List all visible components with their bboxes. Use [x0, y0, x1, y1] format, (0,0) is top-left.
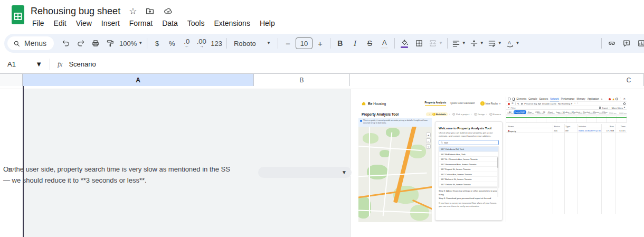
request-row[interactable]: property 201 xhr index-55362697f.js:323 … [506, 128, 627, 132]
vertical-align-button[interactable]: ▼ [468, 36, 486, 50]
inspect-element-icon[interactable] [508, 98, 510, 100]
address-suggestion[interactable]: 567 Carlaw Ave, former Toronto [439, 172, 498, 177]
menu-item[interactable]: Tools [183, 18, 210, 28]
horizontal-align-button[interactable]: ▼ [450, 36, 468, 50]
col-type[interactable]: Type [565, 125, 570, 128]
nav-item[interactable]: Property Analysis [425, 101, 447, 106]
insert-chart-button[interactable] [634, 36, 644, 50]
menu-item[interactable]: Extensions [209, 18, 254, 28]
address-suggestion[interactable]: 567 Caledonia Rd, York [439, 147, 498, 152]
list-scrollbar[interactable] [497, 157, 499, 197]
address-suggestion[interactable]: 567 Ontario St, former Toronto [439, 182, 498, 187]
search-icon[interactable]: 🔍︎ [517, 103, 519, 105]
menu-item[interactable]: Edit [49, 18, 71, 28]
cell-a37-text[interactable]: On the user side, property search time i… [3, 164, 230, 186]
format-percent-button[interactable]: % [165, 36, 179, 50]
bold-button[interactable]: B [333, 36, 347, 50]
col-time[interactable]: Time [607, 125, 626, 128]
menu-item[interactable]: Format [125, 18, 157, 28]
rehousing-user-menu[interactable]: I Irine Rouby ▼ [480, 101, 501, 106]
address-search-input[interactable]: 567 [439, 140, 499, 145]
address-suggestion[interactable]: 567 McRoberts Ave, York [439, 152, 498, 157]
italic-button[interactable]: I [348, 36, 362, 50]
device-toolbar-icon[interactable] [513, 98, 515, 101]
devtools-tab[interactable]: Network [550, 97, 559, 101]
column-header-b[interactable]: B [254, 74, 350, 86]
merge-cells-button[interactable]: ▼ [427, 36, 444, 50]
font-size-input[interactable]: 10 [296, 37, 312, 49]
strikethrough-button[interactable]: S [363, 36, 377, 50]
number-format-button[interactable]: 123 [209, 36, 224, 50]
format-currency-button[interactable]: $ [150, 36, 164, 50]
menu-item[interactable]: Help [255, 18, 280, 28]
increase-decimal-button[interactable]: .00→ [194, 36, 209, 50]
menu-item[interactable]: View [71, 18, 97, 28]
map-zoom-out-button[interactable]: − [426, 138, 431, 143]
devtools-tab[interactable]: Application [588, 97, 599, 101]
address-suggestion[interactable]: 567 Dupont St, former Toronto [439, 167, 498, 172]
text-wrap-button[interactable]: ▼ [486, 36, 504, 50]
paint-format-button[interactable] [103, 36, 117, 50]
clear-icon[interactable]: ⊘ [512, 102, 514, 105]
error-badge-icon[interactable] [609, 98, 611, 100]
text-rotation-button[interactable]: A▼ [504, 36, 522, 50]
col-initiator[interactable]: Initiator [579, 125, 586, 128]
devtools-tab[interactable]: » [601, 97, 603, 101]
nav-item[interactable]: Quick Cost Calculator [450, 102, 475, 106]
close-icon[interactable]: ✕ [623, 98, 626, 100]
column-header-c[interactable]: C [350, 74, 644, 86]
throttling-select[interactable]: No throttling▼ [558, 102, 573, 105]
devtools-tab[interactable]: Performance [561, 97, 575, 101]
warning-badge-icon[interactable] [612, 98, 614, 100]
sheets-logo-icon[interactable] [11, 5, 25, 25]
map-locate-button[interactable]: ○ [426, 144, 431, 149]
star-icon[interactable]: ☆ [129, 7, 137, 16]
upload-icon[interactable]: ↑ [577, 102, 578, 105]
map-zoom-in-button[interactable]: + [426, 132, 431, 137]
print-button[interactable] [88, 36, 102, 50]
menu-item[interactable]: Insert [97, 18, 125, 28]
fill-color-button[interactable] [397, 36, 412, 50]
filter-input[interactable]: Filter [510, 107, 516, 109]
redo-button[interactable] [73, 36, 88, 50]
embedded-screenshot[interactable]: ReHousing Property AnalysisQuick Cost Ca… [358, 97, 627, 222]
menu-item[interactable]: File [27, 18, 49, 28]
settings-gear-icon[interactable] [615, 98, 618, 100]
menu-item[interactable]: Data [157, 18, 183, 28]
decrease-font-size-button[interactable]: − [281, 36, 295, 50]
formula-content[interactable]: Scenario [69, 60, 96, 68]
invert-checkbox[interactable] [599, 107, 601, 109]
disable-cache-checkbox[interactable] [538, 103, 541, 105]
zoom-select[interactable]: 100%▼ [118, 36, 144, 50]
record-icon[interactable] [508, 103, 510, 105]
borders-button[interactable] [412, 36, 427, 50]
col-name[interactable]: Name [508, 125, 514, 128]
address-suggestion[interactable]: 567 Greenwood Ave, former Toronto [439, 162, 498, 167]
devtools-tab[interactable]: Memory [577, 97, 585, 101]
address-suggestion[interactable]: 567 Bathurst St, former Toronto [439, 177, 498, 182]
undo-button[interactable] [59, 36, 73, 50]
decrease-decimal-button[interactable]: .0← [179, 36, 194, 50]
address-suggestion[interactable]: 567 St. Clements Ave, former Toronto [439, 157, 498, 162]
font-family-select[interactable]: Roboto▼ [230, 36, 275, 50]
text-color-button[interactable]: A [377, 36, 392, 50]
document-title[interactable]: Rehousing bug sheet [31, 6, 120, 17]
devtools-tab[interactable]: Elements [517, 97, 527, 101]
menus-search-button[interactable]: Menus [7, 36, 54, 50]
select-all-corner[interactable] [0, 74, 23, 86]
insert-comment-button[interactable] [619, 36, 633, 50]
insert-link-button[interactable] [604, 36, 619, 50]
preserve-log-checkbox[interactable] [521, 103, 523, 105]
devtools-tab[interactable]: Sources [539, 97, 548, 101]
move-to-folder-icon[interactable] [145, 6, 155, 16]
name-box[interactable]: A1 ▼ [0, 60, 45, 68]
col-status[interactable]: Status [554, 125, 560, 128]
timeline-overview[interactable] [506, 116, 627, 123]
more-filters-button[interactable]: More filters▼ [612, 107, 626, 109]
cell-dropdown-chip[interactable]: ▼ [258, 167, 352, 178]
column-header-a[interactable]: A [23, 74, 254, 86]
devtools-tab[interactable]: Console [528, 97, 537, 101]
download-icon[interactable]: ↓ [574, 102, 575, 105]
kebab-menu-icon[interactable]: ⋮ [619, 98, 622, 100]
network-settings-icon[interactable] [623, 102, 626, 105]
